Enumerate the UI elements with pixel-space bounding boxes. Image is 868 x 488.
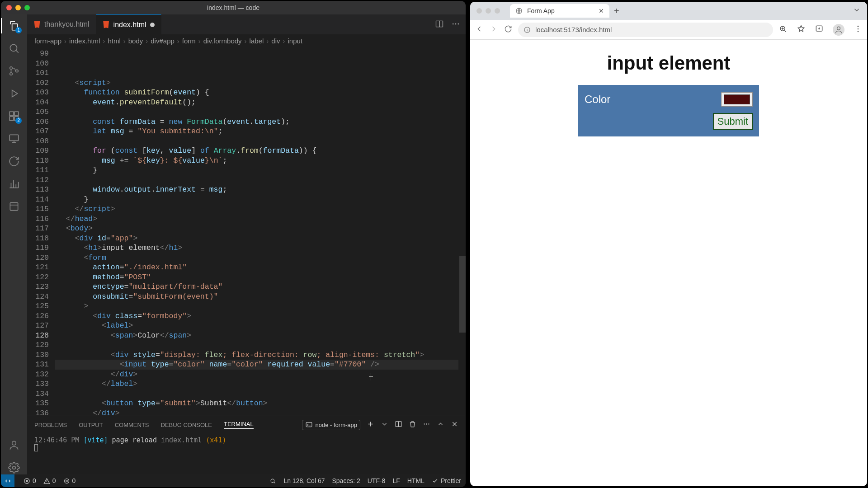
forward-icon[interactable] [489,24,498,35]
terminal-output[interactable]: 12:46:46 PM [vite] page reload index.htm… [27,433,466,474]
code-line[interactable]: action="./index.html" [55,263,466,272]
code-line[interactable] [55,136,466,146]
status-formatter[interactable]: Prettier [432,477,461,484]
code-line[interactable]: method="POST" [55,272,466,282]
code-line[interactable]: for (const [key, value] of Array.from(fo… [55,146,466,156]
browser-menu-icon[interactable] [854,24,863,35]
breadcrumb-item[interactable]: form [182,37,196,45]
code-line[interactable]: </label> [55,379,466,389]
code-line[interactable]: </head> [55,214,466,224]
code-line[interactable]: <button type="submit">Submit</button> [55,399,466,408]
close-window-icon[interactable] [6,5,12,10]
close-tab-icon[interactable]: ✕ [599,7,604,14]
maximize-window-icon[interactable] [24,5,30,10]
submit-button[interactable]: Submit [713,113,753,130]
status-errors[interactable]: 0 [24,477,36,484]
code-line[interactable]: > [55,301,466,311]
more-actions-icon[interactable] [451,19,460,30]
breadcrumb[interactable]: form-app›index.html›html›body›div#app›fo… [27,34,466,48]
new-terminal-icon[interactable] [367,420,374,429]
extensions-icon[interactable]: 2 [7,109,21,123]
bookmark-star-icon[interactable] [797,24,806,35]
code-line[interactable] [55,175,466,185]
breadcrumb-item[interactable]: body [128,37,143,45]
reload-icon[interactable] [504,24,513,35]
close-window-icon[interactable] [476,8,482,14]
refresh-icon[interactable] [7,155,21,168]
remote-indicator-icon[interactable] [1,474,14,487]
code-area[interactable]: <script> function submitForm(event) { ev… [55,48,466,416]
zoom-icon[interactable] [778,24,788,35]
status-search-icon[interactable] [269,478,276,484]
code-line[interactable]: <div style="display: flex; flex-directio… [55,350,466,360]
code-line[interactable]: <h1>input element</h1> [55,243,466,253]
breadcrumb-item[interactable]: form-app [34,37,61,45]
panel-tab-problems[interactable]: PROBLEMS [34,422,67,428]
status-cursor[interactable]: Ln 128, Col 67 [283,477,325,484]
panel-tab-debug-console[interactable]: DEBUG CONSOLE [161,422,212,428]
status-warnings[interactable]: 0 [43,477,56,484]
breadcrumb-item[interactable]: div#app [151,37,175,45]
code-line[interactable]: </div> [55,408,466,416]
code-line[interactable]: </script> [55,204,466,214]
remote-explorer-icon[interactable] [7,132,21,145]
accounts-icon[interactable] [7,438,21,452]
profile-avatar-icon[interactable] [833,24,844,36]
status-eol[interactable]: LF [392,477,400,484]
search-icon[interactable] [7,42,21,55]
run-debug-icon[interactable] [7,87,21,100]
panel-tab-output[interactable]: OUTPUT [79,422,103,428]
tab-thankyou[interactable]: thankyou.html [27,14,96,34]
split-terminal-icon[interactable] [395,420,402,429]
code-line[interactable]: enctype="multipart/form-data" [55,282,466,292]
browser-titlebar[interactable]: Form App ✕ + [470,2,867,20]
code-line[interactable]: <input type="color" name="color" require… [55,360,466,370]
breadcrumb-item[interactable]: index.html [69,37,100,45]
breadcrumb-item[interactable]: div [271,37,280,45]
minimize-window-icon[interactable] [15,5,21,10]
status-encoding[interactable]: UTF-8 [368,477,386,484]
panel-tab-terminal[interactable]: TERMINAL [224,421,254,429]
code-line[interactable]: <div class="formbody"> [55,311,466,321]
code-line[interactable]: event.preventDefault(); [55,98,466,108]
browser-tab[interactable]: Form App ✕ [510,4,609,18]
code-line[interactable]: msg += `${key}: ${value}\n`; [55,156,466,166]
panel-more-icon[interactable] [423,420,430,429]
code-line[interactable]: } [55,195,466,205]
scrollbar-thumb[interactable] [459,256,466,333]
code-line[interactable]: <label> [55,321,466,331]
minimize-window-icon[interactable] [486,8,491,14]
code-line[interactable]: onsubmit="submitForm(event)" [55,292,466,302]
code-line[interactable]: const formData = new FormData(event.targ… [55,117,466,127]
settings-gear-icon[interactable] [7,461,21,474]
tab-overflow-icon[interactable] [853,6,861,16]
code-line[interactable]: <form [55,253,466,263]
code-editor[interactable]: 9910010110210310410510610710810911011111… [27,48,466,416]
panel-tab-comments[interactable]: COMMENTS [115,422,149,428]
minimap-scrollbar[interactable] [458,48,466,416]
breadcrumb-item[interactable]: input [288,37,302,45]
maximize-panel-icon[interactable] [437,420,444,429]
code-line[interactable]: let msg = "You submitted:\n"; [55,127,466,136]
code-line[interactable]: <div id="app"> [55,234,466,244]
kill-terminal-icon[interactable] [409,420,416,429]
breadcrumb-item[interactable]: html [108,37,120,45]
address-bar[interactable]: localhost:5173/index.html [518,23,773,37]
vscode-titlebar[interactable]: index.html — code [1,1,466,14]
install-app-icon[interactable] [815,24,824,35]
code-line[interactable]: <script> [55,78,466,88]
status-spaces[interactable]: Spaces: 2 [332,477,360,484]
project-icon[interactable] [7,200,21,213]
code-line[interactable]: <span>Color</span> [55,331,466,341]
source-control-icon[interactable] [7,64,21,78]
maximize-window-icon[interactable] [495,8,500,14]
split-editor-icon[interactable] [435,19,444,30]
new-tab-icon[interactable]: + [614,6,619,16]
code-line[interactable]: } [55,165,466,175]
site-info-icon[interactable] [524,26,531,33]
back-icon[interactable] [475,24,484,35]
tab-index[interactable]: index.html [96,14,161,34]
close-panel-icon[interactable] [451,420,458,429]
color-input[interactable] [721,92,753,107]
code-line[interactable] [55,107,466,117]
